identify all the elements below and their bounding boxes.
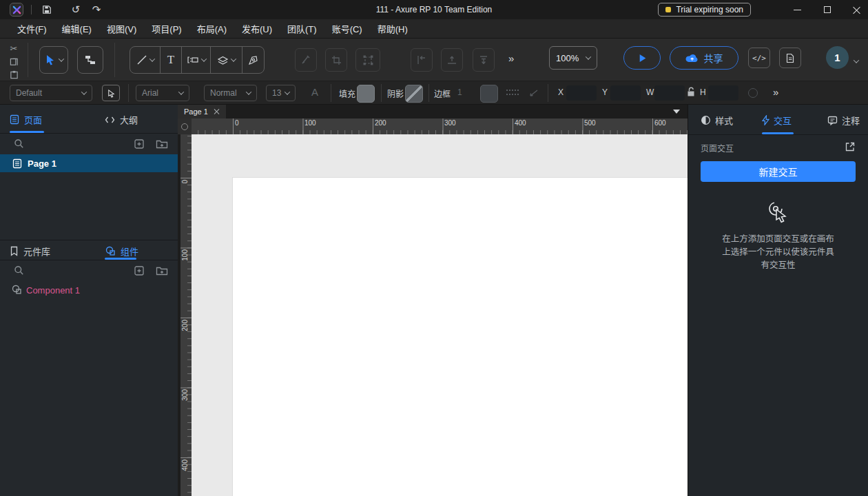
- tab-notes[interactable]: 注释: [827, 114, 860, 127]
- pen-tool-button[interactable]: [242, 47, 264, 73]
- toolbar-overflow-button[interactable]: »: [508, 52, 515, 64]
- tab-interaction-label: 交互: [774, 114, 792, 127]
- undo-button[interactable]: ↺: [69, 2, 83, 17]
- tab-components[interactable]: 组件: [105, 245, 138, 258]
- zoom-level-select[interactable]: 100%: [549, 46, 597, 70]
- font-color-icon: A: [311, 86, 318, 98]
- copy-button[interactable]: [8, 56, 19, 68]
- save-button[interactable]: [40, 2, 54, 17]
- style-picker-button[interactable]: [102, 85, 120, 101]
- cut-button[interactable]: ✂: [8, 43, 19, 54]
- user-avatar[interactable]: 1: [826, 46, 849, 69]
- line-icon: [136, 54, 147, 65]
- text-tool-button[interactable]: T: [161, 47, 182, 73]
- maximize-button[interactable]: [816, 0, 839, 19]
- add-component-button[interactable]: [134, 265, 145, 277]
- hint-line: 在上方添加页面交互或在画布: [706, 233, 850, 246]
- external-link-icon[interactable]: [845, 141, 856, 152]
- style-cursor-icon: [107, 89, 116, 98]
- redo-button[interactable]: ↷: [90, 2, 103, 17]
- selection-tool-button[interactable]: [39, 46, 68, 74]
- border-style-button: [506, 90, 519, 98]
- tab-library[interactable]: 元件库: [10, 245, 50, 258]
- tab-library-label: 元件库: [23, 245, 50, 258]
- canvas-area: Page 1 0 100 200 300 400 500 600 0: [178, 105, 688, 496]
- document-tab-page1[interactable]: Page 1: [178, 105, 226, 118]
- notes-doc-button[interactable]: [779, 48, 801, 68]
- menu-file[interactable]: 文件(F): [10, 19, 54, 39]
- preview-button[interactable]: [623, 46, 661, 70]
- chevron-down-icon: [178, 89, 184, 94]
- aspect-lock-button[interactable]: [687, 87, 695, 100]
- border-color-swatch[interactable]: [480, 85, 498, 103]
- shadow-swatch[interactable]: [405, 85, 423, 103]
- border-width-value[interactable]: 1: [457, 87, 462, 97]
- search-pages-button[interactable]: [14, 138, 25, 150]
- tab-pages[interactable]: 页面: [10, 113, 42, 126]
- design-canvas[interactable]: [192, 134, 688, 496]
- box-tool-button[interactable]: [182, 47, 211, 73]
- horizontal-ruler[interactable]: 0 100 200 300 400 500 600: [192, 118, 688, 134]
- y-label: Y: [602, 87, 608, 97]
- axure-logo[interactable]: [10, 3, 23, 17]
- cursor-icon: [44, 54, 56, 66]
- paste-button[interactable]: [8, 69, 19, 80]
- menu-arrange[interactable]: 布局(A): [189, 19, 234, 39]
- add-page-button[interactable]: [134, 138, 145, 150]
- menu-team[interactable]: 团队(T): [280, 19, 324, 39]
- pages-list-empty: [0, 172, 178, 240]
- page-list-item[interactable]: Page 1: [0, 154, 178, 172]
- fill-color-swatch[interactable]: [357, 85, 375, 103]
- shapes-tool-button[interactable]: [211, 47, 242, 73]
- y-input[interactable]: [610, 85, 641, 101]
- line-tool-button[interactable]: [130, 47, 161, 73]
- font-weight-select[interactable]: Normal: [204, 85, 257, 101]
- tab-list-dropdown-icon[interactable]: [673, 110, 680, 114]
- search-components-button[interactable]: [14, 265, 25, 277]
- font-size-select[interactable]: 13: [266, 85, 296, 101]
- add-folder-button[interactable]: [156, 138, 167, 150]
- h-input[interactable]: [708, 85, 738, 101]
- style-preset-select[interactable]: Default: [10, 85, 92, 101]
- menu-account[interactable]: 账号(C): [324, 19, 370, 39]
- w-input[interactable]: [654, 85, 685, 101]
- avatar-chevron-icon[interactable]: [854, 57, 859, 63]
- save-icon: [42, 5, 52, 14]
- pages-search-row: [0, 134, 178, 154]
- x-input[interactable]: [566, 85, 597, 101]
- axure-x-icon: [12, 6, 21, 14]
- vertical-ruler[interactable]: 0 100 200 300 400: [178, 134, 192, 496]
- distribute-button: [473, 48, 495, 72]
- minimize-icon: [794, 10, 801, 10]
- share-button[interactable]: 共享: [670, 46, 738, 70]
- format-overflow-button[interactable]: »: [773, 86, 779, 98]
- trial-badge[interactable]: Trial expiring soon: [658, 3, 751, 17]
- tab-close-icon[interactable]: [214, 109, 220, 114]
- border-label: 边框: [434, 87, 451, 99]
- menu-help[interactable]: 帮助(H): [370, 19, 415, 39]
- connector-tool-button[interactable]: [77, 46, 103, 74]
- hint-line: 上选择一个元件以使该元件具: [706, 246, 850, 259]
- connector-icon: [84, 54, 96, 66]
- hint-line: 有交互性: [706, 259, 850, 272]
- share-label: 共享: [704, 51, 723, 65]
- add-component-folder-button[interactable]: [156, 265, 167, 277]
- menu-view[interactable]: 视图(V): [99, 19, 144, 39]
- font-family-select[interactable]: Arial: [136, 85, 189, 101]
- menu-edit[interactable]: 编辑(E): [54, 19, 99, 39]
- minimize-button[interactable]: [785, 0, 809, 19]
- menu-project[interactable]: 项目(P): [144, 19, 189, 39]
- close-button[interactable]: [845, 0, 868, 19]
- inspect-code-button[interactable]: </>: [748, 48, 770, 68]
- new-interaction-button[interactable]: 新建交互: [701, 161, 856, 182]
- tab-outline[interactable]: 大纲: [105, 113, 138, 126]
- ruler-origin-button[interactable]: [178, 118, 192, 134]
- tab-interaction[interactable]: 交互: [762, 114, 792, 127]
- tab-style[interactable]: 样式: [701, 114, 733, 127]
- page-surface[interactable]: [233, 178, 688, 496]
- ruler-label: 400: [515, 119, 526, 127]
- brush-icon: [300, 54, 311, 65]
- component-list-item[interactable]: Component 1: [0, 281, 178, 299]
- menu-publish[interactable]: 发布(U): [234, 19, 280, 39]
- components-panel-header: 元件库 组件: [0, 240, 178, 260]
